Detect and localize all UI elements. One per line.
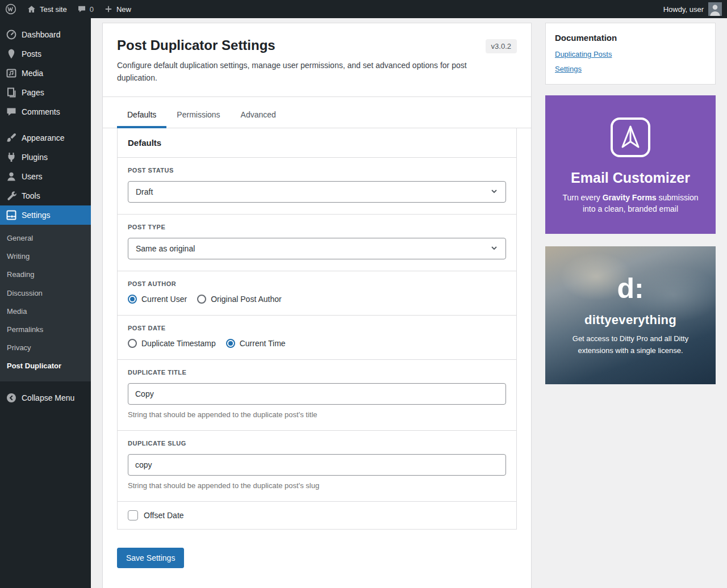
sidebar-item-dashboard[interactable]: Dashboard [0,25,91,44]
radio-current-user[interactable]: Current User [128,295,187,304]
sidebar-item-pages[interactable]: Pages [0,83,91,102]
gravity-forms-brand: Gravity Forms [603,193,657,202]
admin-bar: Test site 0 New Howdy, user [0,0,727,18]
media-icon [6,68,17,79]
wordpress-logo-icon [5,3,16,15]
duplicate-slug-label: DUPLICATE SLUG [128,440,506,447]
duplicate-slug-field: DUPLICATE SLUG String that should be app… [118,431,516,502]
ditty-brand-name: dittyeverything [584,313,676,327]
duplicate-title-input[interactable] [128,383,506,405]
sidebar-item-settings[interactable]: Settings [0,205,91,225]
submenu-media[interactable]: Media [0,303,91,321]
settings-icon [6,209,17,221]
defaults-panel: Defaults POST STATUS Draft POST TYPE Sam… [117,128,517,530]
submenu-discussion[interactable]: Discussion [0,284,91,303]
tab-defaults[interactable]: Defaults [117,103,166,128]
user-icon [6,171,17,182]
sidebar-label: Tools [22,191,40,200]
offset-date-label: Offset Date [144,511,184,520]
ditty-logo: d: [617,274,644,303]
post-status-select[interactable]: Draft [128,181,506,203]
wrench-icon [6,190,17,201]
dashboard-icon [6,29,17,40]
submenu-permalinks[interactable]: Permalinks [0,321,91,339]
post-type-field: POST TYPE Same as original [118,215,516,271]
comment-bubble-icon [77,5,86,14]
radio-control[interactable] [226,339,235,348]
chevron-down-icon [490,187,498,197]
collapse-label: Collapse Menu [22,393,74,402]
account-menu[interactable]: Howdy, user [658,0,727,18]
submenu-reading[interactable]: Reading [0,266,91,284]
radio-original-post-author[interactable]: Original Post Author [197,295,282,304]
post-type-select[interactable]: Same as original [128,238,506,259]
radio-control[interactable] [128,295,137,304]
ditty-ad-banner[interactable]: d: dittyeverything Get access to Ditty P… [545,246,716,384]
sidebar-item-posts[interactable]: Posts [0,44,91,64]
offset-date-option[interactable]: Offset Date [128,510,506,520]
duplicate-title-field: DUPLICATE TITLE String that should be ap… [118,360,516,431]
duplicate-slug-input[interactable] [128,454,506,476]
comments-shortcut[interactable]: 0 [72,0,99,18]
page-description: Configure default duplication settings, … [117,60,481,84]
avatar [708,2,722,16]
sidebar-label: Posts [22,49,41,58]
sidebar-label: Pages [22,88,44,97]
sidebar-item-users[interactable]: Users [0,167,91,186]
radio-label: Current Time [240,339,286,348]
tab-permissions[interactable]: Permissions [166,103,230,128]
doc-link-settings[interactable]: Settings [555,65,706,73]
sidebar-item-tools[interactable]: Tools [0,186,91,205]
post-status-value: Draft [136,187,153,196]
collapse-menu-button[interactable]: Collapse Menu [0,388,91,408]
sidebar-item-comments[interactable]: Comments [0,102,91,121]
settings-submenu: General Writing Reading Discussion Media… [0,225,91,381]
home-icon [27,5,36,14]
admin-sidebar: Dashboard Posts Media Pages Comments App… [0,18,91,588]
post-author-label: POST AUTHOR [128,280,506,287]
radio-duplicate-timestamp[interactable]: Duplicate Timestamp [128,339,216,348]
radio-control[interactable] [197,295,206,304]
post-type-value: Same as original [136,244,195,253]
duplicate-title-label: DUPLICATE TITLE [128,369,506,376]
page-title: Post Duplicator Settings [117,37,275,54]
radio-control[interactable] [128,339,137,348]
sidebar-label: Settings [22,211,51,220]
doc-link-duplicating-posts[interactable]: Duplicating Posts [555,50,706,58]
pin-icon [6,48,17,60]
radio-label: Current User [141,295,187,304]
radio-label: Original Post Author [211,295,282,304]
sidebar-item-plugins[interactable]: Plugins [0,148,91,167]
submenu-writing[interactable]: Writing [0,247,91,266]
comments-icon [6,106,17,117]
save-row: Save Settings [103,530,531,588]
settings-tabs: Defaults Permissions Advanced [103,97,531,128]
panel-title: Defaults [118,128,516,158]
submenu-privacy[interactable]: Privacy [0,339,91,357]
submenu-general[interactable]: General [0,229,91,247]
card-header: Post Duplicator Settings v3.0.2 Configur… [103,23,531,97]
submenu-post-duplicator[interactable]: Post Duplicator [0,357,91,375]
sidebar-label: Appearance [22,133,65,142]
save-settings-button[interactable]: Save Settings [117,548,184,568]
paper-plane-icon [608,115,653,162]
sidebar-item-appearance[interactable]: Appearance [0,128,91,148]
duplicate-title-help: String that should be appended to the du… [128,410,506,419]
radio-current-time[interactable]: Current Time [226,339,286,348]
duplicate-slug-help: String that should be appended to the du… [128,481,506,490]
tab-advanced[interactable]: Advanced [231,103,286,128]
site-name-label: Test site [40,5,67,14]
new-content-menu[interactable]: New [99,0,136,18]
sidebar-label: Plugins [22,153,48,162]
comments-count: 0 [90,5,94,14]
email-customizer-ad-banner[interactable]: Email Customizer Turn every Gravity Form… [545,95,716,234]
sidebar-label: Dashboard [22,30,61,39]
post-status-label: POST STATUS [128,167,506,174]
site-name-link[interactable]: Test site [22,0,72,18]
post-date-field: POST DATE Duplicate Timestamp Current Ti… [118,316,516,360]
chevron-down-icon [490,244,498,254]
collapse-arrow-icon [6,392,17,404]
offset-date-checkbox[interactable] [128,510,138,520]
wordpress-logo-menu[interactable] [0,0,22,18]
sidebar-item-media[interactable]: Media [0,64,91,83]
